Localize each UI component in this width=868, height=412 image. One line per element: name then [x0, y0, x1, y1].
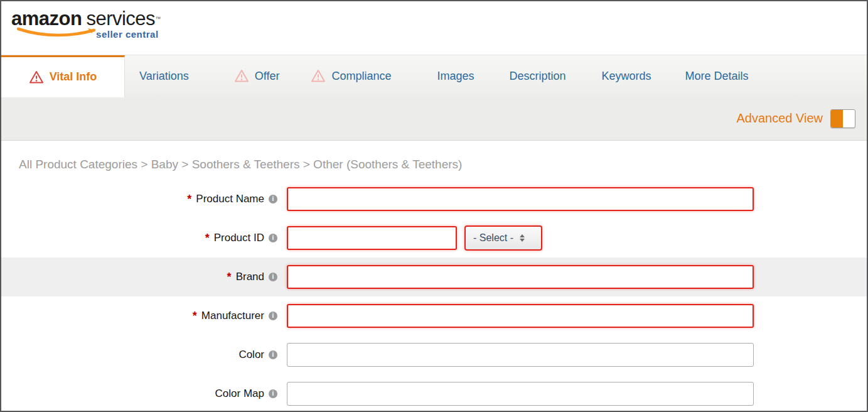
required-asterisk: *: [187, 193, 191, 206]
tab-compliance[interactable]: Compliance: [311, 69, 391, 83]
select-value: - Select -: [473, 232, 513, 244]
form-row-product-id: * Product ID - Select -: [1, 219, 867, 258]
tab-variations[interactable]: Variations: [139, 70, 189, 83]
tab-label: Description: [509, 70, 565, 83]
field-label: * Manufacturer: [1, 310, 277, 323]
tab-offer[interactable]: Offer: [234, 69, 280, 83]
field-label: * Brand: [1, 271, 277, 284]
logo-amazon-text: amazon: [11, 8, 82, 30]
vital-info-panel: All Product Categories > Baby > Soothers…: [1, 141, 867, 412]
info-icon[interactable]: [269, 234, 277, 242]
field-label: * Product Name: [1, 193, 277, 206]
tab-label: More Details: [685, 70, 749, 83]
form-row-brand: * Brand: [1, 258, 867, 296]
tab-label: Offer: [255, 70, 280, 83]
field-label-text: Manufacturer: [201, 310, 264, 322]
advanced-view-toggle[interactable]: [830, 109, 855, 128]
field-label-text: Product ID: [214, 232, 264, 244]
field-label-text: Color: [238, 349, 264, 361]
tab-vital-info[interactable]: Vital Info: [1, 55, 125, 97]
tab-more-details[interactable]: More Details: [685, 70, 749, 83]
advanced-view-label: Advanced View: [737, 111, 823, 126]
field-label-text: Color Map: [215, 388, 264, 400]
tab-label: Images: [437, 70, 474, 83]
tab-images[interactable]: Images: [437, 70, 474, 83]
logo-services-text: services: [86, 8, 155, 30]
color-input[interactable]: [287, 343, 754, 367]
amazon-smile-icon: [16, 27, 101, 38]
form-row-product-name: * Product Name: [1, 180, 867, 219]
tab-label: Vital Info: [50, 70, 97, 84]
info-icon[interactable]: [269, 195, 277, 203]
field-label-text: Product Name: [196, 193, 264, 205]
product-id-type-select[interactable]: - Select -: [464, 225, 542, 251]
info-icon[interactable]: [269, 389, 277, 398]
tab-bar: Vital Info Variations Offer Compliance I…: [1, 55, 867, 97]
color-map-input[interactable]: [287, 382, 754, 406]
warning-icon: [29, 70, 44, 84]
field-label: Color: [1, 349, 277, 361]
field-label: Color Map: [1, 388, 277, 400]
select-arrows-icon: [520, 234, 525, 242]
breadcrumb: All Product Categories > Baby > Soothers…: [1, 141, 867, 180]
tab-label: Variations: [139, 70, 189, 83]
brand-input[interactable]: [287, 265, 754, 289]
field-label: * Product ID: [1, 232, 277, 245]
form-row-color: Color: [1, 335, 867, 374]
tab-keywords[interactable]: Keywords: [602, 70, 651, 83]
manufacturer-input[interactable]: [287, 304, 754, 328]
tab-description[interactable]: Description: [509, 70, 565, 83]
info-icon[interactable]: [269, 273, 277, 281]
warning-icon: [311, 69, 326, 83]
seller-central-window: amazonservices™ seller central Vital Inf…: [0, 0, 868, 412]
info-icon[interactable]: [269, 350, 277, 359]
tab-label: Compliance: [331, 70, 391, 83]
app-header: amazonservices™ seller central: [1, 1, 867, 55]
product-id-input[interactable]: [287, 226, 457, 250]
field-label-text: Brand: [236, 271, 264, 283]
amazon-services-logo[interactable]: amazonservices™ seller central: [11, 8, 161, 40]
form-row-manufacturer: * Manufacturer: [1, 296, 867, 335]
tab-label: Keywords: [602, 70, 651, 83]
form-row-color-map: Color Map: [1, 374, 867, 412]
toggle-off-state-indicator: [831, 110, 843, 127]
required-asterisk: *: [205, 232, 210, 245]
required-asterisk: *: [193, 310, 197, 323]
logo-trademark: ™: [155, 16, 161, 22]
advanced-view-bar: Advanced View: [1, 97, 867, 141]
required-asterisk: *: [227, 271, 232, 284]
product-name-input[interactable]: [287, 187, 754, 211]
warning-icon: [234, 69, 249, 83]
info-icon[interactable]: [269, 312, 277, 320]
